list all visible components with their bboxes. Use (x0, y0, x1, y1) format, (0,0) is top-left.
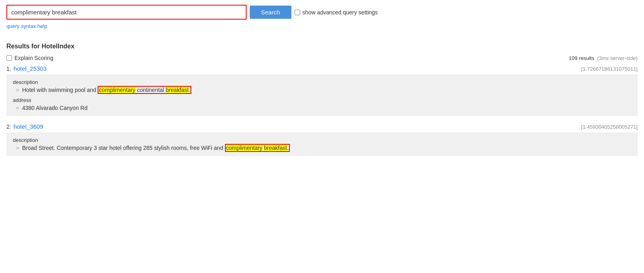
bullet-address-1: ○ (16, 105, 19, 111)
results-heading: Results for HotelIndex (6, 43, 638, 50)
results-count: 109 results (569, 55, 594, 61)
result-score-1: [1.72667186131075011] (581, 66, 638, 72)
description-text-1: Hotel with swimming pool and complimenta… (22, 87, 191, 93)
field-label-description-1: description (13, 79, 631, 85)
field-value-address-1: ○ 4380 Alvarado Canyon Rd (13, 105, 631, 111)
advanced-query-checkbox[interactable] (295, 10, 300, 15)
field-label-description-2: description (13, 137, 631, 143)
field-value-description-2: ○ Broad Street. Contemporary 3 star hote… (13, 145, 631, 151)
address-text-1: 4380 Alvarado Canyon Rd (22, 105, 87, 111)
explain-scoring-label[interactable]: Explain Scoring (6, 55, 53, 61)
result-number-1: 1. (6, 66, 11, 72)
bullet-2: ○ (16, 145, 19, 151)
field-value-description-1: ○ Hotel with swimming pool and complimen… (13, 87, 631, 93)
highlight-breakfast-2: breakfast (264, 145, 287, 151)
field-label-address-1: address (13, 97, 631, 103)
query-syntax-link[interactable]: query syntax help (6, 23, 47, 29)
advanced-query-label[interactable]: show advanced query settings (295, 9, 378, 16)
highlight-complimentary-2: complimentary (226, 145, 263, 151)
search-input[interactable] (6, 5, 247, 20)
description-text-2: Broad Street. Contemporary 3 star hotel … (22, 145, 290, 151)
result-title-row-2: 2. hotel_3609 [1.45930405258005271] (6, 123, 638, 130)
explain-scoring-row: Explain Scoring 109 results (3ms server-… (6, 55, 638, 61)
explain-scoring-text: Explain Scoring (14, 55, 53, 61)
result-number-2: 2. (6, 124, 11, 130)
result-title-link-wrapper-2: 2. hotel_3609 (6, 123, 43, 130)
highlight-complimentary-1: complimentary (99, 87, 135, 93)
result-body-1: description ○ Hotel with swimming pool a… (6, 74, 638, 116)
highlight-breakfast-1: breakfast (166, 87, 189, 93)
results-meta: 109 results (3ms server-side) (569, 55, 638, 61)
result-item-2: 2. hotel_3609 [1.45930405258005271] desc… (6, 123, 638, 156)
advanced-query-text: show advanced query settings (303, 9, 378, 16)
result-item-1: 1. hotel_25303 [1.72667186131075011] des… (6, 65, 638, 116)
results-timing: (3ms server-side) (597, 55, 638, 61)
bullet-1: ○ (16, 87, 19, 93)
result-title-link-wrapper-1: 1. hotel_25303 (6, 65, 46, 72)
result-link-2[interactable]: hotel_3609 (14, 123, 43, 130)
highlight-box-1: complimentary continental breakfast. (98, 86, 191, 94)
search-button[interactable]: Search (250, 6, 291, 19)
result-link-1[interactable]: hotel_25303 (14, 65, 47, 72)
highlight-box-2: complimentary breakfast. (225, 144, 290, 152)
explain-scoring-checkbox[interactable] (6, 55, 12, 61)
result-score-2: [1.45930405258005271] (581, 124, 638, 130)
result-title-row-1: 1. hotel_25303 [1.72667186131075011] (6, 65, 638, 72)
search-bar: Search show advanced query settings (6, 5, 638, 20)
result-body-2: description ○ Broad Street. Contemporary… (6, 132, 638, 156)
